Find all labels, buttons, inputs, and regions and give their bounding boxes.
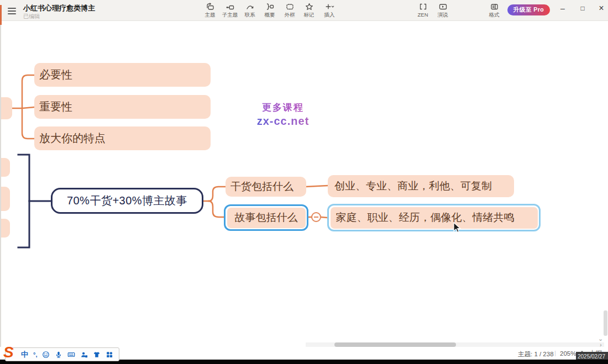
ime-skin-icon[interactable] xyxy=(93,351,101,358)
insert-button[interactable]: 插入 xyxy=(319,2,339,20)
topic-necessity[interactable]: 必要性 xyxy=(34,63,211,87)
topic-story-detail-text: 家庭、职业、经历，偶像化、情绪共鸣 xyxy=(331,207,538,229)
background-window-sliver xyxy=(0,5,2,25)
summary-button[interactable]: 概要 xyxy=(260,2,280,20)
boundary-icon xyxy=(285,2,295,11)
marker-button[interactable]: 标记 xyxy=(299,2,319,20)
topic-story-include[interactable]: 故事包括什么 xyxy=(224,204,308,231)
relationship-label: 联系 xyxy=(245,12,255,19)
partial-parent-topic[interactable] xyxy=(0,97,12,119)
boundary-label: 外框 xyxy=(285,12,295,19)
scroll-right-arrow-icon[interactable]: › xyxy=(600,341,602,348)
status-separator: | xyxy=(554,350,556,356)
topic-story-include-text: 故事包括什么 xyxy=(227,208,306,228)
sogou-logo-icon[interactable]: S xyxy=(3,345,14,360)
marker-label: 标记 xyxy=(304,12,315,19)
ime-toolbox-icon[interactable] xyxy=(106,351,113,358)
ime-microphone-icon[interactable] xyxy=(55,351,62,358)
zen-brackets-icon xyxy=(418,2,428,11)
window-left-edge xyxy=(0,21,1,347)
ime-keyboard-icon[interactable] xyxy=(67,351,75,358)
marker-star-icon xyxy=(305,2,314,11)
subtopic-button[interactable]: 子主题 xyxy=(220,2,240,20)
subtopic-icon xyxy=(226,2,235,11)
topic-story-detail[interactable]: 家庭、职业、经历，偶像化、情绪共鸣 xyxy=(327,204,541,231)
hamburger-menu-icon[interactable] xyxy=(8,6,18,14)
topic-drygoods-include[interactable]: 干货包括什么 xyxy=(226,177,306,197)
watermark: 更多课程 zx-cc.net xyxy=(228,101,338,128)
topic-drygoods-detail[interactable]: 创业、专业、商业，利他、可复制 xyxy=(328,175,514,197)
horizontal-scrollbar-thumb[interactable] xyxy=(334,342,456,347)
ime-language-mode[interactable]: 中 xyxy=(21,350,28,360)
document-edited-status: 已编辑 xyxy=(23,13,40,20)
collapse-branch-button[interactable] xyxy=(311,212,321,222)
partial-topic-2[interactable] xyxy=(0,187,10,211)
subtopic-label: 子主题 xyxy=(222,12,238,19)
summary-topic[interactable]: 70%干货+30%博主故事 xyxy=(51,188,203,214)
partial-topic-3[interactable] xyxy=(0,219,10,238)
titlebar: 小红书心理疗愈类博主 已编辑 主题 子主题 联系 概要 外框 xyxy=(0,0,608,21)
insert-plus-icon xyxy=(325,2,334,11)
zen-label: ZEN xyxy=(418,12,428,18)
ime-toolbar[interactable]: S 中 °, xyxy=(5,347,119,361)
ime-emoji-icon[interactable] xyxy=(42,351,50,358)
topic-amplify-traits[interactable]: 放大你的特点 xyxy=(34,126,211,150)
topic-button[interactable]: 主题 xyxy=(200,2,220,20)
zen-button[interactable]: ZEN xyxy=(413,2,433,20)
format-button[interactable]: 格式 xyxy=(484,2,504,20)
minimize-icon[interactable]: – xyxy=(553,0,572,17)
document-title: 小红书心理疗愈类博主 xyxy=(23,3,95,13)
vertical-scrollbar-thumb[interactable] xyxy=(604,310,607,336)
zoom-level[interactable]: 205% xyxy=(560,350,576,357)
watermark-line1: 更多课程 xyxy=(228,101,338,114)
partial-topic-1[interactable] xyxy=(0,158,10,177)
upgrade-pro-button[interactable]: 升级至 Pro xyxy=(507,4,550,15)
insert-label: 插入 xyxy=(324,12,335,19)
topic-icon xyxy=(206,2,215,11)
ime-account-icon[interactable] xyxy=(80,351,88,358)
format-label: 格式 xyxy=(489,12,500,19)
topic-label: 主题 xyxy=(205,12,216,19)
watermark-line2: zx-cc.net xyxy=(228,115,338,128)
presentation-button[interactable]: 演说 xyxy=(433,2,453,20)
topic-importance[interactable]: 重要性 xyxy=(34,95,211,119)
relationship-button[interactable]: 联系 xyxy=(240,2,260,20)
summary-label: 概要 xyxy=(265,12,275,19)
boundary-button[interactable]: 外框 xyxy=(280,2,300,20)
maximize-icon[interactable]: □ xyxy=(573,0,592,17)
format-panel-icon xyxy=(490,2,499,11)
ime-punctuation-toggle[interactable]: °, xyxy=(33,351,37,358)
presentation-play-icon xyxy=(438,2,448,11)
topic-count: 主题: 1 / 238 xyxy=(518,350,554,358)
relationship-icon xyxy=(245,2,255,11)
summary-icon xyxy=(265,2,275,11)
presentation-label: 演说 xyxy=(438,12,448,19)
close-icon[interactable]: × xyxy=(592,0,608,17)
